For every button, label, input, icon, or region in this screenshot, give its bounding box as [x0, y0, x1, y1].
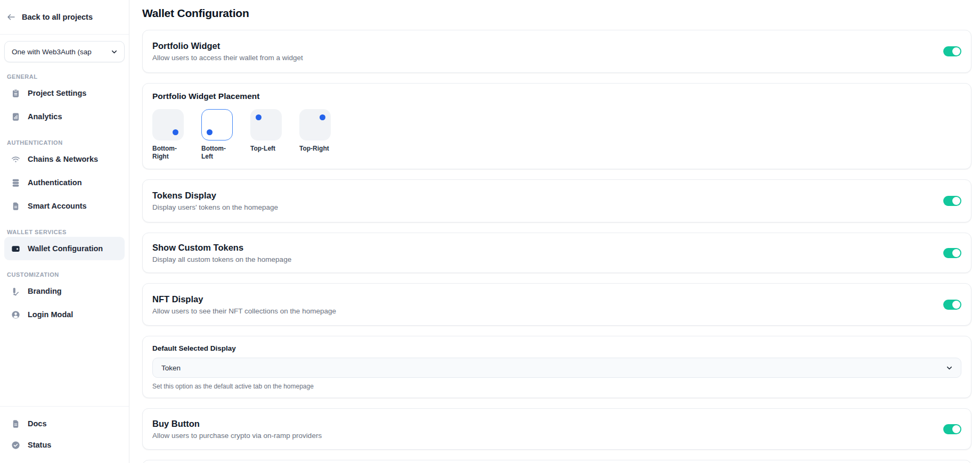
show-custom-tokens-card: Show Custom Tokens Display all custom to… — [142, 233, 971, 273]
card-title: Show Custom Tokens — [152, 243, 291, 253]
placement-tile-top-right[interactable] — [299, 109, 331, 140]
project-selector[interactable]: One with Web3Auth (sap — [4, 41, 125, 62]
select-label: Default Selected Display — [152, 344, 961, 352]
sidebar-item-analytics[interactable]: Analytics — [4, 105, 125, 128]
project-selector-value: One with Web3Auth (sap — [12, 48, 107, 56]
card-title: Buy Button — [152, 419, 322, 429]
select-helper-text: Set this option as the default active ta… — [152, 383, 961, 390]
section-label-customization: CUSTOMIZATION — [4, 271, 125, 278]
placement-dot — [320, 114, 325, 120]
card-text: Tokens Display Display users' tokens on … — [152, 191, 278, 211]
chevron-down-icon — [110, 48, 118, 56]
toggle-knob — [952, 249, 960, 257]
placement-dot — [207, 129, 213, 135]
wallet-icon — [11, 244, 21, 254]
document-icon — [11, 201, 21, 211]
sidebar-item-label: Smart Accounts — [28, 202, 87, 210]
buy-button-toggle[interactable] — [943, 424, 961, 434]
chevron-down-icon — [945, 364, 953, 372]
main-content: Wallet Configuration Portfolio Widget Al… — [129, 0, 980, 463]
back-button[interactable]: Back to all projects — [0, 0, 129, 35]
toggle-knob — [952, 197, 960, 205]
tokens-display-toggle[interactable] — [943, 196, 961, 206]
document-icon — [11, 419, 21, 429]
default-selected-display-card: Default Selected Display Token Set this … — [142, 336, 971, 398]
placement-options: Bottom-Right Bottom-Left Top-Left Top-Ri… — [152, 109, 961, 161]
placement-label: Top-Left — [250, 145, 285, 153]
sidebar-footer: Docs Status — [0, 406, 129, 463]
user-icon — [11, 310, 21, 320]
placement-label: Bottom-Left — [201, 145, 236, 161]
sidebar-item-label: Project Settings — [28, 89, 86, 97]
nft-display-toggle[interactable] — [943, 300, 961, 310]
placement-dot — [173, 129, 178, 135]
sidebar-item-wallet-configuration[interactable]: Wallet Configuration — [4, 237, 125, 260]
toggle-knob — [952, 301, 960, 309]
wifi-icon — [11, 154, 21, 164]
card-title: Portfolio Widget — [152, 41, 303, 51]
card-text: Show Custom Tokens Display all custom to… — [152, 243, 291, 263]
sidebar-item-label: Branding — [28, 287, 62, 295]
show-custom-tokens-toggle[interactable] — [943, 248, 961, 258]
default-display-select[interactable]: Token — [152, 358, 961, 378]
portfolio-widget-toggle[interactable] — [943, 46, 961, 56]
sidebar-nav: GENERAL Project Settings Analytics AUTHE… — [0, 62, 129, 326]
sidebar-item-smart-accounts[interactable]: Smart Accounts — [4, 194, 125, 218]
placement-tile-bottom-left[interactable] — [201, 109, 233, 140]
section-label-general: GENERAL — [4, 73, 125, 80]
sidebar-item-label: Login Modal — [28, 310, 73, 319]
buy-button-card: Buy Button Allow users to purchase crypt… — [142, 408, 971, 450]
select-value: Token — [161, 364, 181, 372]
card-description: Allow users to access their wallet from … — [152, 54, 303, 62]
sidebar-item-label: Wallet Configuration — [28, 244, 103, 253]
back-label: Back to all projects — [22, 13, 93, 21]
placement-tile-bottom-right[interactable] — [152, 109, 184, 140]
placement-option-bottom-left: Bottom-Left — [201, 109, 236, 161]
placement-label: Bottom-Right — [152, 145, 187, 161]
card-text: Buy Button Allow users to purchase crypt… — [152, 419, 322, 440]
card-description: Display users' tokens on the homepage — [152, 203, 278, 211]
placement-label: Top-Right — [299, 145, 334, 153]
sidebar: Back to all projects One with Web3Auth (… — [0, 0, 129, 463]
portfolio-widget-card: Portfolio Widget Allow users to access t… — [142, 30, 971, 73]
sidebar-spacer — [0, 326, 129, 406]
nft-display-card: NFT Display Allow users to see their NFT… — [142, 283, 971, 326]
card-description: Allow users to purchase crypto via on-ra… — [152, 432, 322, 440]
clipboard-icon — [11, 88, 21, 98]
back-arrow-icon — [6, 12, 16, 22]
footer-item-label: Status — [28, 441, 51, 449]
sidebar-item-label: Chains & Networks — [28, 155, 98, 163]
placement-option-bottom-right: Bottom-Right — [152, 109, 187, 161]
analytics-icon — [11, 112, 21, 122]
settings-cards: Portfolio Widget Allow users to access t… — [142, 30, 971, 463]
placement-tile-top-left[interactable] — [250, 109, 282, 140]
placement-option-top-right: Top-Right — [299, 109, 334, 161]
card-title: Tokens Display — [152, 191, 278, 201]
toggle-knob — [952, 47, 960, 55]
database-icon — [11, 178, 21, 188]
sidebar-item-project-settings[interactable]: Project Settings — [4, 81, 125, 105]
tokens-display-card: Tokens Display Display users' tokens on … — [142, 179, 971, 222]
section-label-wallet-services: WALLET SERVICES — [4, 229, 125, 235]
placement-option-top-left: Top-Left — [250, 109, 285, 161]
branding-icon — [11, 286, 21, 296]
sidebar-item-branding[interactable]: Branding — [4, 279, 125, 303]
status-check-icon — [11, 440, 21, 450]
sidebar-item-docs[interactable]: Docs — [4, 413, 125, 434]
footer-item-label: Docs — [28, 419, 46, 428]
card-text: NFT Display Allow users to see their NFT… — [152, 294, 336, 315]
portfolio-widget-placement-card: Portfolio Widget Placement Bottom-Right … — [142, 83, 971, 169]
sidebar-item-login-modal[interactable]: Login Modal — [4, 303, 125, 326]
card-description: Display all custom tokens on the homepag… — [152, 255, 291, 263]
card-text: Portfolio Widget Allow users to access t… — [152, 41, 303, 62]
card-title: Portfolio Widget Placement — [152, 92, 961, 101]
toggle-knob — [952, 425, 960, 433]
sidebar-item-label: Analytics — [28, 112, 62, 121]
sidebar-item-authentication[interactable]: Authentication — [4, 171, 125, 194]
placement-dot — [256, 114, 262, 120]
card-title: NFT Display — [152, 294, 336, 304]
sidebar-item-status[interactable]: Status — [4, 434, 125, 456]
sidebar-item-label: Authentication — [28, 178, 82, 187]
sidebar-item-chains-networks[interactable]: Chains & Networks — [4, 147, 125, 171]
section-label-authentication: AUTHENTICATION — [4, 139, 125, 146]
